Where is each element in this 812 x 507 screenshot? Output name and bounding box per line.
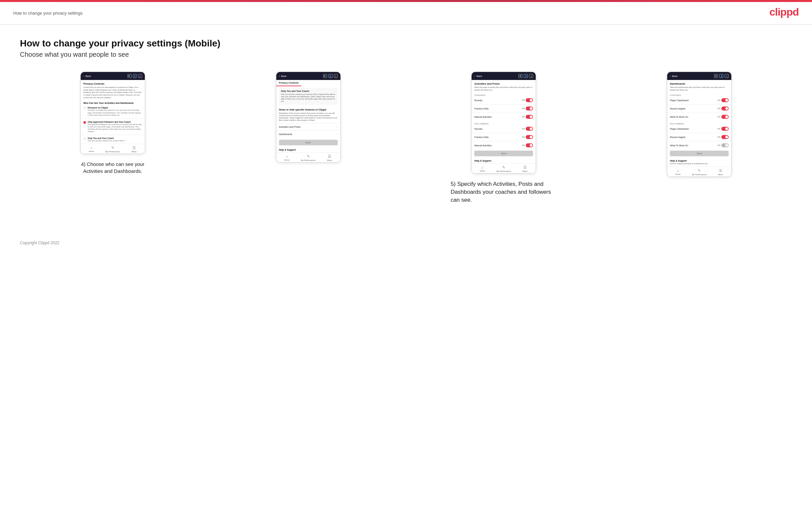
toggle-followers-workon-4[interactable] xyxy=(721,143,729,147)
phone-screen-1: ‹ Back 🔍 👤 ⚙ Privacy Controls Control ho… xyxy=(81,72,145,154)
nav-menu-label-2: Menu xyxy=(327,159,332,161)
phone-bottom-nav-1: ⌂ Home ✎ My Performance ☰ Menu xyxy=(81,144,145,154)
nav-performance-1[interactable]: ✎ My Performance xyxy=(102,146,123,153)
nav-home-1[interactable]: ⌂ Home xyxy=(81,146,102,153)
search-icon-1[interactable]: 🔍 xyxy=(128,74,132,78)
coaches-workon-4: What To Work On ON xyxy=(667,113,731,120)
coaches-label-3: COACHES xyxy=(471,93,536,97)
nav-home-label-3: Home xyxy=(480,170,485,172)
phone-screen-3: ‹ Back 🔍 👤 ⚙ Activities and Posts Select… xyxy=(471,72,536,174)
nav-performance-3[interactable]: ✎ My Performance xyxy=(493,165,514,172)
page-subtitle: Choose what you want people to see xyxy=(20,51,792,58)
settings-icon-3[interactable]: ⚙ xyxy=(529,74,533,78)
nav-menu-label-3: Menu xyxy=(523,170,528,172)
followers-label-4: FOLLOWERS xyxy=(667,121,731,125)
footer: Copyright Clippd 2022 xyxy=(0,231,812,255)
settings-icon-4[interactable]: ⚙ xyxy=(725,74,729,78)
toggle-followers-manual-3[interactable] xyxy=(526,143,533,147)
radio-circle-only-you xyxy=(83,137,86,140)
nav-menu-4[interactable]: ☰ Menu xyxy=(710,169,731,175)
caption-1: 4) Choose who can see your Activities an… xyxy=(76,161,149,174)
back-label-1[interactable]: Back xyxy=(85,75,91,78)
followers-label-3: FOLLOWERS xyxy=(471,121,536,125)
nav-menu-label-4: Menu xyxy=(718,174,723,175)
profile-icon-3[interactable]: 👤 xyxy=(524,74,528,78)
toggle-coaches-workon-4[interactable] xyxy=(721,115,729,119)
toggle-followers-drills-3[interactable] xyxy=(526,135,533,139)
feature-activities[interactable]: Activities and Posts › xyxy=(276,123,341,130)
screenshot-group-2: ‹ Back 🔍 👤 ⚙ Privacy Controls Only You a… xyxy=(215,72,401,163)
toggle-coaches-rounds-3[interactable] xyxy=(526,98,533,102)
nav-performance-2[interactable]: ✎ My Performance xyxy=(298,154,319,161)
nav-home-3[interactable]: ⌂ Home xyxy=(471,165,493,172)
toggle-followers-insights-4[interactable] xyxy=(721,135,729,139)
back-label-3[interactable]: Back xyxy=(476,75,482,78)
screen3-title: Activities and Posts xyxy=(471,80,536,86)
radio-approved[interactable]: Only Approved Followers and Your Coach O… xyxy=(81,119,145,134)
toggle-coaches-manual-3[interactable] xyxy=(526,115,533,119)
settings-icon-2[interactable]: ⚙ xyxy=(334,74,338,78)
nav-home-label-2: Home xyxy=(284,159,290,161)
coaches-insights-4: Round Insights ON xyxy=(667,105,731,112)
phone-screen-4: ‹ Back 🔍 👤 ⚙ Dashboards Select the dashb… xyxy=(667,72,731,177)
home-icon-4: ⌂ xyxy=(677,169,679,173)
search-icon-2[interactable]: 🔍 xyxy=(323,74,327,78)
chart-icon-3: ✎ xyxy=(502,165,505,170)
main-content: How to change your privacy settings (Mob… xyxy=(0,25,812,231)
phone-topbar-1: ‹ Back 🔍 👤 ⚙ xyxy=(81,72,145,80)
settings-icon-1[interactable]: ⚙ xyxy=(138,74,142,78)
profile-icon-1[interactable]: 👤 xyxy=(133,74,137,78)
phone-topbar-4: ‹ Back 🔍 👤 ⚙ xyxy=(667,72,731,80)
phone-bottom-nav-4: ⌂ Home ✎ My Performance ☰ Menu xyxy=(667,167,731,176)
nav-home-4[interactable]: ⌂ Home xyxy=(667,169,689,175)
feature-section-title: Show or hide specific features in Clippd xyxy=(276,107,341,112)
coaches-manual-3: Manual Activities ON xyxy=(471,113,536,120)
screenshots-row: ‹ Back 🔍 👤 ⚙ Privacy Controls Control ho… xyxy=(20,72,792,204)
feature-dashboards[interactable]: Dashboards › xyxy=(276,130,341,138)
back-label-2[interactable]: Back xyxy=(281,75,287,78)
radio-circle-approved xyxy=(83,121,86,124)
coaches-rounds-3: Rounds ON xyxy=(471,97,536,104)
phone-bottom-nav-3: ⌂ Home ✎ My Performance ☰ Menu xyxy=(471,163,536,173)
followers-workon-4: What To Work On ON xyxy=(667,142,731,149)
home-icon-1: ⌂ xyxy=(90,146,93,150)
chevron-activities: › xyxy=(337,125,338,129)
toggle-coaches-insights-4[interactable] xyxy=(721,107,729,111)
screenshot-group-4: ‹ Back 🔍 👤 ⚙ Dashboards Select the dashb… xyxy=(606,72,792,177)
followers-drills-3: Practice Drills ON xyxy=(471,134,536,140)
home-icon-3: ⌂ xyxy=(481,165,484,169)
nav-menu-3[interactable]: ☰ Menu xyxy=(514,165,536,172)
nav-performance-label-1: My Performance xyxy=(105,151,120,153)
chart-icon-1: ✎ xyxy=(111,146,114,150)
nav-home-label-1: Home xyxy=(89,150,94,152)
followers-rounds-3: Rounds ON xyxy=(471,125,536,132)
nav-performance-4[interactable]: ✎ My Performance xyxy=(689,169,710,175)
toggle-coaches-drills-3[interactable] xyxy=(526,107,533,111)
save-btn-3[interactable]: Save xyxy=(474,151,533,156)
toggle-followers-rounds-3[interactable] xyxy=(526,127,533,131)
followers-insights-4: Round Insights ON xyxy=(667,134,731,140)
nav-performance-label-4: My Performance xyxy=(692,174,707,175)
search-icon-4[interactable]: 🔍 xyxy=(714,74,718,78)
back-label-4[interactable]: Back xyxy=(672,75,678,78)
nav-home-2[interactable]: ⌂ Home xyxy=(276,154,298,161)
privacy-tab[interactable]: Privacy Controls xyxy=(276,80,302,86)
radio-everyone[interactable]: Everyone on Clippd Everyone on Clippd ca… xyxy=(81,105,145,117)
save-btn-2[interactable]: Save xyxy=(279,140,338,145)
nav-menu-2[interactable]: ☰ Menu xyxy=(319,154,340,161)
toggle-coaches-player-4[interactable] xyxy=(721,98,729,102)
profile-icon-2[interactable]: 👤 xyxy=(328,74,333,78)
nav-menu-1[interactable]: ☰ Menu xyxy=(123,146,145,153)
toggle-followers-player-4[interactable] xyxy=(721,127,729,131)
help-section-3: Help & Support xyxy=(471,158,536,163)
help-section-2: Help & Support xyxy=(276,147,341,152)
phone-topbar-3: ‹ Back 🔍 👤 ⚙ xyxy=(471,72,536,80)
top-bar: How to change your privacy settings clip… xyxy=(0,0,812,25)
search-icon-3[interactable]: 🔍 xyxy=(518,74,522,78)
nav-performance-label-3: My Performance xyxy=(497,170,511,172)
save-btn-4[interactable]: Save xyxy=(670,151,729,156)
radio-only-you[interactable]: Only You and Your Coach Only you and the… xyxy=(81,136,145,143)
coaches-label-4: COACHES xyxy=(667,93,731,97)
profile-icon-4[interactable]: 👤 xyxy=(719,74,723,78)
phone-bottom-nav-2: ⌂ Home ✎ My Performance ☰ Menu xyxy=(276,152,341,162)
